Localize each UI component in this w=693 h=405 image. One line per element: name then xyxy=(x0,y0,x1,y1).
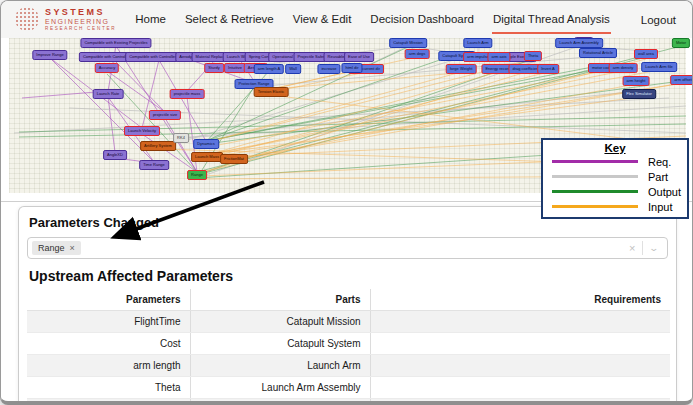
nav-item-digital-thread-analysis[interactable]: Digital Thread Analysis xyxy=(492,5,611,34)
select-controls: × ⌄ xyxy=(629,238,658,258)
nav-item-select-retrieve[interactable]: Select & Retrieve xyxy=(184,5,275,34)
graph-node-frictionmat[interactable]: FrictionMat xyxy=(220,154,248,164)
graph-node-arm-density[interactable]: arm density xyxy=(609,63,638,73)
edge-input xyxy=(273,72,469,89)
select-divider xyxy=(642,241,643,255)
logo-line-2: ENGINEERING xyxy=(45,18,116,26)
column-header-parameters: Parameters xyxy=(27,289,190,311)
graph-node-arm-height[interactable]: arm height xyxy=(623,76,650,86)
key-row-part: Part xyxy=(552,169,678,184)
graph-node-arm-offset[interactable]: arm offset xyxy=(670,75,693,85)
graph-node-launch-rate[interactable]: Launch Rate xyxy=(93,89,124,99)
table-cell: Theta xyxy=(27,377,190,399)
graph-node-improve-range[interactable]: Improve Range xyxy=(32,50,67,60)
graph-node-artillery-system[interactable]: Artillery System xyxy=(140,141,176,151)
graph-node-projectile-size[interactable]: projectile size xyxy=(149,110,181,120)
table-cell: Launch Arm Assembly xyxy=(190,377,370,399)
table-row: ThetaLaunch Arm Assembly xyxy=(27,377,670,399)
graph-node-arm-degs[interactable]: arm degs xyxy=(405,49,430,59)
graph-node-arm-length-a[interactable]: arm length A xyxy=(254,64,284,74)
table-cell: Launch Arm xyxy=(190,355,370,377)
graph-node-launch-velocity[interactable]: Launch Velocity xyxy=(124,126,160,136)
table-cell: Catapult Mission xyxy=(190,311,370,333)
graph-node-anglexd[interactable]: AngleXD xyxy=(103,150,127,160)
graph-node-accuracy[interactable]: Accuracy xyxy=(95,63,119,73)
key-item-label: Output xyxy=(648,186,681,198)
graph-node-dynamics[interactable]: Dynamics xyxy=(193,139,219,149)
table-cell: Cost xyxy=(27,333,190,355)
upstream-title: Upstream Affected Parameters xyxy=(29,268,668,284)
table-body: FlightTimeCatapult MissionCostCatapult S… xyxy=(27,311,670,405)
logo-line-1: SYSTEMS xyxy=(45,7,116,17)
graph-node-rk4[interactable]: RK4 xyxy=(173,133,189,143)
tag-remove-icon[interactable]: × xyxy=(70,243,75,253)
column-header-requirements: Requirements xyxy=(370,289,670,311)
key-swatch-line xyxy=(552,205,638,208)
chevron-down-icon[interactable]: ⌄ xyxy=(649,243,660,253)
serc-logo-dots-icon xyxy=(15,7,39,31)
graph-node-wall-area[interactable]: wall area xyxy=(634,49,658,59)
table-cell xyxy=(370,377,670,399)
table-row: CostCatapult System xyxy=(27,333,670,355)
table-cell: arm length xyxy=(27,355,190,377)
nav-item-decision-dashboard[interactable]: Decision Dashboard xyxy=(369,5,475,34)
edge-req xyxy=(116,46,197,172)
select-tags: Range× xyxy=(32,241,81,255)
edge-req xyxy=(50,58,154,162)
graph-node-html-dir[interactable]: html dir xyxy=(341,63,362,73)
graph-node-invert-a[interactable]: Invert A xyxy=(537,64,559,74)
table-cell xyxy=(370,355,670,377)
edge-output xyxy=(19,116,686,132)
top-nav-bar: SYSTEMS ENGINEERING RESEARCH CENTER Home… xyxy=(1,1,692,38)
graph-node-launch-mass[interactable]: Launch Mass xyxy=(191,152,223,162)
graph-node-motor[interactable]: Motor xyxy=(672,38,690,48)
key-title: Key xyxy=(552,142,678,154)
graph-node-launch-arm-file[interactable]: Launch Arm file xyxy=(641,62,677,72)
key-item-label: Part xyxy=(648,171,668,183)
table-row: AdjustedAngle xyxy=(27,399,670,405)
graph-node-launch-arm[interactable]: Launch Arm xyxy=(463,38,492,48)
graph-node-compatible-with-existing-projectiles[interactable]: Compatible with Existing Projectiles xyxy=(80,38,151,48)
graph-node-theta[interactable]: Theta xyxy=(524,51,542,61)
graph-node-flex-simulator[interactable]: Flex Simulator xyxy=(622,89,656,99)
upstream-parameters-table: ParametersPartsRequirements FlightTimeCa… xyxy=(27,289,670,405)
graph-node-tension-elastic[interactable]: Tension Elastic xyxy=(254,87,289,97)
main-nav: HomeSelect & RetrieveView & EditDecision… xyxy=(134,5,610,34)
key-swatch-line xyxy=(552,175,638,178)
logo-line-3: RESEARCH CENTER xyxy=(45,26,116,32)
parameters-panel: Parameters Changed Range× × ⌄ Upstream A… xyxy=(18,206,677,405)
serc-logo-text: SYSTEMS ENGINEERING RESEARCH CENTER xyxy=(45,7,116,31)
app-window: SYSTEMS ENGINEERING RESEARCH CENTER Home… xyxy=(0,0,693,405)
table-cell xyxy=(370,399,670,405)
logout-link[interactable]: Logout xyxy=(641,14,676,26)
graph-node-intuitive[interactable]: Intuitive xyxy=(224,63,246,73)
nav-item-home[interactable]: Home xyxy=(134,5,167,34)
graph-node-increase[interactable]: increase xyxy=(317,64,340,74)
graph-node-wall[interactable]: Wall xyxy=(285,64,301,74)
serc-logo: SYSTEMS ENGINEERING RESEARCH CENTER xyxy=(15,7,116,31)
selected-tag-range[interactable]: Range× xyxy=(32,241,81,255)
graph-node-projectile-mass[interactable]: projectile mass xyxy=(170,89,205,99)
table-cell xyxy=(370,333,670,355)
key-rows: Req.PartOutputInput xyxy=(552,154,678,214)
parameters-changed-select[interactable]: Range× × ⌄ xyxy=(27,237,668,259)
graph-node-time-range[interactable]: Time Range xyxy=(139,160,169,170)
key-row-output: Output xyxy=(552,184,678,199)
graph-node-ease-of-use[interactable]: Ease of Use xyxy=(344,52,374,62)
clear-all-icon[interactable]: × xyxy=(629,242,635,254)
key-row-input: Input xyxy=(552,199,678,214)
table-head: ParametersPartsRequirements xyxy=(27,289,670,311)
nav-item-view-edit[interactable]: View & Edit xyxy=(292,5,353,34)
graph-node-arm-axis[interactable]: arm axis xyxy=(487,52,510,62)
graph-key-legend: Key Req.PartOutputInput xyxy=(541,138,689,219)
graph-node-sturdy[interactable]: Sturdy xyxy=(204,63,224,73)
table-cell xyxy=(190,399,370,405)
key-item-label: Req. xyxy=(648,156,671,168)
graph-node-catapult-mission[interactable]: Catapult Mission xyxy=(389,38,427,48)
graph-node-launch-arm-assembly[interactable]: Launch Arm Assembly xyxy=(555,38,603,48)
tag-label: Range xyxy=(38,243,65,253)
graph-node-forge-weight[interactable]: forge Weight xyxy=(446,64,477,74)
key-swatch-line xyxy=(552,190,638,193)
graph-node-range[interactable]: Range xyxy=(187,170,207,180)
graph-node-rotational-article[interactable]: Rotational Article xyxy=(579,48,617,58)
